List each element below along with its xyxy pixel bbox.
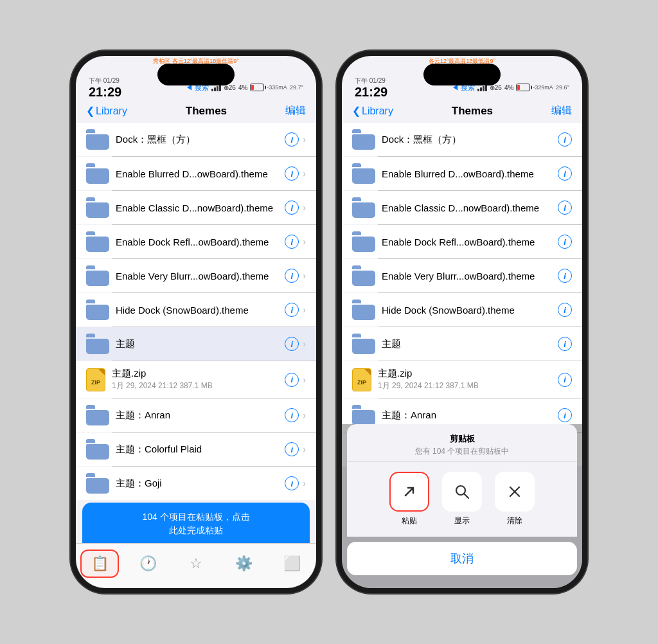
list-item[interactable]: Enable Dock Refl...owBoard).themei› [76,225,316,258]
info-button[interactable]: i [558,373,572,387]
file-info: Dock：黑框（方） [116,134,281,146]
cancel-button[interactable]: 取消 [347,542,577,575]
info-button[interactable]: i [285,373,299,387]
info-button[interactable]: i [285,269,299,283]
file-actions: i› [285,303,306,317]
info-button[interactable]: i [558,337,572,351]
file-name: 主题 [116,338,281,350]
info-button[interactable]: i [558,132,572,147]
list-item[interactable]: 主题：Anrani› [76,398,316,432]
list-item[interactable]: Hide Dock (SnowBoard).themei› [76,293,316,326]
info-button[interactable]: i [285,201,299,215]
status-time-right: 21:29 [355,85,387,98]
list-item[interactable]: Enable Classic D...nowBoard).themei [342,191,582,224]
file-info: 主题：Goji [116,478,281,490]
info-button[interactable]: i [285,132,299,147]
list-item[interactable]: Enable Blurred D...owBoard).themei› [76,157,316,190]
info-button[interactable]: i [558,408,572,422]
clear-action[interactable]: 清除 [495,472,535,526]
file-info: 主题.zip1月 29, 2024 21:12 387.1 MB [112,368,281,391]
file-name: Enable Very Blurr...owBoard).theme [382,271,554,282]
dynamic-island-right [423,64,501,85]
list-item[interactable]: Dock：黑框（方）i [342,123,582,156]
info-button[interactable]: i [558,269,572,283]
info-button[interactable]: i [285,166,299,181]
file-actions: i› [285,373,306,387]
show-action[interactable]: 显示 [442,472,482,526]
info-button[interactable]: i [285,337,299,351]
paste-label: 粘贴 [402,515,417,526]
file-name: Dock：黑框（方） [116,134,281,146]
status-date-right: 下午 01/29 [355,76,387,85]
back-button-left[interactable]: ❮ Library [86,105,127,117]
list-item[interactable]: Dock：黑框（方）i› [76,123,316,156]
back-button-right[interactable]: ❮ Library [352,105,393,117]
star-icon: ☆ [190,555,202,572]
info-button[interactable]: i [285,303,299,317]
file-name: 主题：Anran [116,409,281,422]
tab-favorites[interactable]: ☆ [177,550,215,578]
tab-files[interactable]: ⬜ [273,550,312,578]
chevron-right-icon: › [303,237,306,247]
file-actions: i› [285,235,306,249]
list-item[interactable]: 主题i› [76,327,316,361]
file-info: Dock：黑框（方） [382,134,554,146]
list-item[interactable]: Enable Dock Refl...owBoard).themei [342,225,582,258]
file-info: Enable Blurred D...owBoard).theme [382,168,554,179]
info-button[interactable]: i [285,408,299,422]
info-button[interactable]: i [558,166,572,181]
info-button[interactable]: i [558,201,572,215]
files-icon: ⬜ [283,555,301,572]
list-item[interactable]: 主题i [342,327,582,361]
file-actions: i› [285,201,306,215]
file-name: Hide Dock (SnowBoard).theme [382,305,554,316]
file-actions: i› [285,269,306,283]
tab-clipboard[interactable]: 📋 [80,550,119,578]
file-actions: i [558,373,572,387]
paste-action[interactable]: 粘贴 [389,472,429,526]
temp-left: 29.7° [290,84,303,91]
file-name: Enable Blurred D...owBoard).theme [116,168,281,179]
tab-settings[interactable]: ⚙️ [225,550,263,578]
list-item[interactable]: Hide Dock (SnowBoard).themei [342,293,582,326]
list-item[interactable]: Enable Very Blurr...owBoard).themei [342,259,582,292]
edit-button-left[interactable]: 编辑 [285,104,306,118]
list-item[interactable]: Enable Blurred D...owBoard).themei [342,157,582,190]
notification-banner[interactable]: 104 个项目在粘贴板，点击 此处完成粘贴 跳过 隐藏 [82,503,310,543]
chevron-right-icon: › [303,134,306,145]
list-item[interactable]: ZIP主题.zip1月 29, 2024 21:12 387.1 MBi› [76,361,316,398]
file-info: 主题 [382,338,554,350]
clock-icon: 🕐 [139,555,157,572]
file-list-left: Dock：黑框（方）i› Enable Blurred D...owBoard)… [76,123,316,543]
file-area-right: Dock：黑框（方）i Enable Blurred D...owBoard).… [342,123,582,588]
chevron-right-icon: › [303,478,306,488]
file-info: 主题.zip1月 29, 2024 21:12 387.1 MB [378,368,554,391]
file-meta: 1月 29, 2024 21:12 387.1 MB [378,380,554,391]
list-item[interactable]: 主题：Colorful Plaidi› [76,433,316,466]
chevron-left-icon-right: ❮ [352,105,360,117]
file-name: 主题：Goji [116,478,281,490]
battery-info-left: -335mA [267,84,287,91]
list-item[interactable]: Enable Classic D...nowBoard).themei› [76,191,316,224]
chevron-right-icon: › [303,202,306,213]
info-button[interactable]: i [285,235,299,249]
file-name: Enable Blurred D...owBoard).theme [382,168,554,179]
file-info: Enable Dock Refl...owBoard).theme [382,237,554,247]
popup-header: 剪贴板 您有 104 个项目在剪贴板中 [347,424,577,461]
list-item[interactable]: Enable Very Blurr...owBoard).themei› [76,259,316,292]
file-name: 主题.zip [378,368,554,380]
list-item[interactable]: ZIP主题.zip1月 29, 2024 21:12 387.1 MBi [342,361,582,398]
gear-icon: ⚙️ [235,555,253,572]
info-button[interactable]: i [285,442,299,456]
battery-left [250,84,264,91]
edit-button-right[interactable]: 编辑 [551,104,572,118]
show-icon [442,472,482,512]
list-item[interactable]: 主题：Gojii› [76,467,316,500]
file-name: Enable Dock Refl...owBoard).theme [116,237,281,247]
battery-info-right: -329mA [533,84,553,91]
tab-recents[interactable]: 🕐 [129,550,167,578]
file-info: 主题：Colorful Plaid [116,443,281,456]
info-button[interactable]: i [285,476,299,490]
info-button[interactable]: i [558,303,572,317]
info-button[interactable]: i [558,235,572,249]
